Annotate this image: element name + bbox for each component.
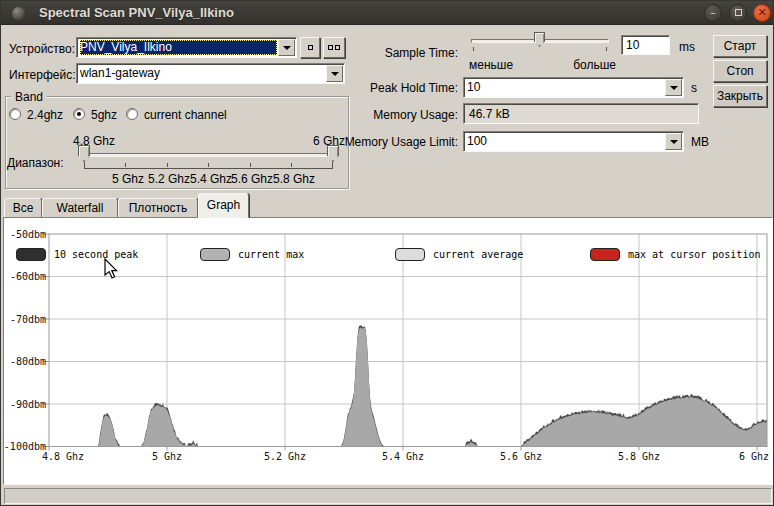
device-single-button[interactable]: [300, 37, 320, 58]
window-title: Spectral Scan PNV_Vilya_Ilkino: [39, 5, 234, 20]
svg-text:5.8 Ghz: 5.8 Ghz: [618, 451, 660, 462]
memory-limit-unit: MB: [691, 135, 709, 149]
square-icon: [308, 45, 313, 50]
range-tick-54: 5.4 Ghz: [190, 172, 232, 186]
y-axis-labels: -50dbm -60dbm -70dbm -80dbm -90dbm -100d…: [4, 229, 46, 453]
interface-label: Интерфейс:: [9, 68, 76, 82]
range-tick-58: 5.8 Ghz: [273, 172, 315, 186]
radio-24ghz[interactable]: [9, 108, 21, 120]
svg-text:5 Ghz: 5 Ghz: [152, 451, 182, 462]
svg-text:5.2 Ghz: 5.2 Ghz: [264, 451, 306, 462]
current-average-swatch: [395, 248, 425, 261]
band-group-label: Band: [11, 90, 47, 104]
close-window-button[interactable]: Закрыть: [713, 85, 767, 107]
peak-hold-combobox[interactable]: 10: [463, 77, 684, 98]
memory-limit-value: 100: [467, 134, 664, 149]
titlebar[interactable]: Spectral Scan PNV_Vilya_Ilkino – ✕: [1, 1, 773, 25]
device-label: Устройство:: [9, 42, 75, 56]
mouse-cursor-icon: [105, 259, 117, 278]
svg-text:5.6 Ghz: 5.6 Ghz: [500, 451, 542, 462]
chevron-down-icon[interactable]: [326, 65, 343, 82]
radio-current-channel[interactable]: [126, 108, 138, 120]
memory-limit-combobox[interactable]: 100: [463, 131, 684, 152]
chevron-down-icon[interactable]: [665, 133, 682, 150]
x-axis-labels: 4.8 Ghz 5 Ghz 5.2 Ghz 5.4 Ghz 5.6 Ghz 5.…: [42, 451, 769, 462]
cursor-max-swatch: [590, 248, 620, 261]
memory-usage-label: Memory Usage:: [358, 108, 458, 122]
range-tick-52: 5.2 Ghz: [148, 172, 190, 186]
status-bar: [4, 488, 772, 504]
svg-text:-80dbm: -80dbm: [10, 356, 46, 367]
device-combobox[interactable]: PNV_Vilya_Ilkino: [76, 37, 297, 58]
tab-waterfall[interactable]: Waterfall: [42, 198, 118, 218]
svg-text:4.8 Ghz: 4.8 Ghz: [42, 451, 84, 462]
minimize-button[interactable]: –: [704, 4, 722, 22]
tab-graph[interactable]: Graph: [198, 193, 249, 218]
radio-24ghz-label: 2.4ghz: [27, 108, 63, 122]
range-label: Диапазон:: [7, 156, 64, 170]
peak-swatch: [16, 248, 46, 261]
peak-hold-unit: s: [691, 81, 697, 95]
sample-time-less-label: меньше: [469, 58, 513, 72]
close-button[interactable]: ✕: [753, 4, 771, 22]
chevron-down-icon[interactable]: [665, 79, 682, 96]
tab-all[interactable]: Все: [4, 198, 42, 218]
current-max-trace: [49, 327, 767, 446]
svg-text:-70dbm: -70dbm: [10, 314, 46, 325]
app-icon: [12, 7, 25, 20]
graph-panel: -50dbm -60dbm -70dbm -80dbm -90dbm -100d…: [3, 217, 773, 485]
chevron-down-icon[interactable]: [278, 39, 295, 56]
memory-limit-label: Memory Usage Limit:: [338, 135, 458, 149]
stop-button[interactable]: Стоп: [713, 60, 767, 82]
start-button[interactable]: Старт: [713, 35, 767, 57]
sample-time-more-label: больше: [561, 58, 616, 72]
radio-5ghz[interactable]: [73, 108, 85, 120]
radio-5ghz-label: 5ghz: [91, 108, 117, 122]
svg-text:-50dbm: -50dbm: [10, 229, 46, 240]
sample-time-handle[interactable]: [534, 32, 545, 47]
device-list-button[interactable]: [323, 37, 345, 58]
memory-usage-value: 46.7 kB: [469, 107, 510, 121]
memory-usage-field: 46.7 kB: [463, 103, 699, 124]
sample-time-label: Sample Time:: [371, 46, 458, 60]
svg-text:-100dbm: -100dbm: [4, 441, 46, 452]
radio-current-channel-label: current channel: [144, 108, 227, 122]
svg-text:5.4 Ghz: 5.4 Ghz: [382, 451, 424, 462]
range-tick-56: 5.6 Ghz: [231, 172, 273, 186]
device-value: PNV_Vilya_Ilkino: [80, 40, 277, 55]
sample-time-input[interactable]: 10: [621, 35, 670, 55]
maximize-icon: [735, 9, 742, 16]
tab-density[interactable]: Плотность: [118, 198, 198, 218]
range-tick-5: 5 Ghz: [112, 172, 144, 186]
interface-value: wlan1-gateway: [80, 66, 325, 81]
sample-time-unit: ms: [679, 40, 695, 54]
interface-combobox[interactable]: wlan1-gateway: [76, 63, 345, 84]
squares-icon: [328, 45, 333, 50]
peak-hold-value: 10: [467, 80, 664, 95]
maximize-button[interactable]: [729, 4, 747, 22]
svg-text:-90dbm: -90dbm: [10, 399, 46, 410]
svg-text:-60dbm: -60dbm: [10, 271, 46, 282]
spectral-scan-window: Spectral Scan PNV_Vilya_Ilkino – ✕ Устро…: [0, 0, 774, 506]
current-max-swatch: [200, 248, 230, 261]
peak-hold-label: Peak Hold Time:: [358, 81, 458, 95]
svg-text:6 Ghz: 6 Ghz: [739, 451, 769, 462]
